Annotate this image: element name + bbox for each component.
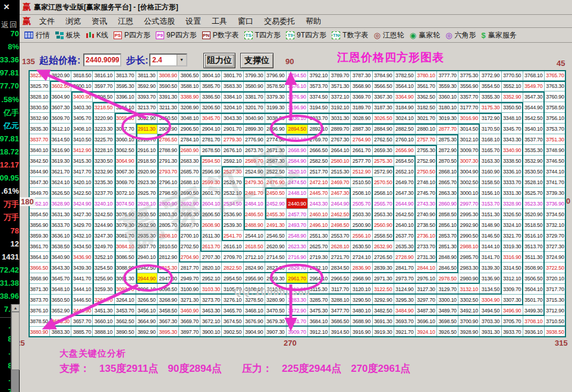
gann-cell[interactable]: 2812.90: [158, 252, 179, 263]
gann-cell[interactable]: 2865.70: [437, 177, 458, 188]
gann-cell[interactable]: 2551.30: [308, 230, 329, 241]
gann-cell[interactable]: 2851.30: [437, 241, 458, 252]
gann-cell[interactable]: 2971.30: [373, 273, 394, 284]
gann-cell[interactable]: 2556.10: [351, 230, 372, 241]
chevron-down-icon[interactable]: ▼: [177, 55, 186, 65]
gann-cell[interactable]: 2628.10: [329, 241, 351, 252]
gann-cell[interactable]: 2661.70: [351, 145, 372, 156]
gann-cell[interactable]: 2589.70: [244, 156, 265, 166]
gann-cell[interactable]: 3494.50: [480, 305, 501, 316]
gann-cell[interactable]: 3590.50: [158, 81, 179, 91]
gann-cell[interactable]: 3751.30: [545, 134, 566, 145]
gann-cell[interactable]: 3717.70: [545, 284, 566, 295]
gann-cell[interactable]: 3060.10: [115, 134, 136, 145]
gann-cell[interactable]: 2973.70: [394, 273, 416, 284]
gann-cell[interactable]: 3770.50: [502, 70, 523, 81]
gann-cell[interactable]: 2942.50: [136, 263, 158, 273]
gann-cell[interactable]: 3314.50: [502, 263, 523, 273]
gann-cell[interactable]: 3724.90: [545, 252, 566, 263]
gann-cell[interactable]: 3926.50: [437, 327, 458, 337]
gann-cell[interactable]: 3482.50: [373, 305, 394, 316]
gann-cell[interactable]: 3194.50: [308, 102, 329, 113]
gann-cell[interactable]: 2719.30: [308, 252, 329, 263]
gann-cell[interactable]: 2913.70: [136, 134, 158, 145]
gann-cell[interactable]: 2534.50: [222, 198, 243, 209]
gann-cell[interactable]: 2690.50: [179, 188, 200, 198]
gann-cell[interactable]: 3237.70: [93, 188, 114, 198]
gann-cell[interactable]: 2484.10: [244, 198, 265, 209]
gann-cell[interactable]: 3424.90: [71, 198, 93, 209]
gann-cell[interactable]: 3511.30: [523, 252, 545, 263]
gann-cell[interactable]: 3686.50: [329, 316, 351, 327]
gann-cell[interactable]: 3475.30: [308, 305, 329, 316]
gann-cell[interactable]: 2937.70: [136, 241, 158, 252]
gann-cell[interactable]: 3804.10: [200, 70, 222, 81]
gann-cell[interactable]: 2952.10: [200, 273, 222, 284]
gann-cell[interactable]: 3703.30: [480, 316, 501, 327]
gann-cell[interactable]: 3712.90: [545, 305, 566, 316]
gann-cell[interactable]: 3463.30: [200, 305, 222, 316]
gann-cell[interactable]: 3780.10: [416, 70, 437, 81]
menu-item[interactable]: 公式选股: [139, 17, 180, 26]
gann-cell[interactable]: 3871.30: [29, 284, 50, 295]
gann-cell[interactable]: 3506.50: [523, 273, 545, 284]
gann-cell[interactable]: 2764.90: [351, 134, 372, 145]
gann-cell[interactable]: 3093.70: [115, 284, 136, 295]
gann-cell[interactable]: 3520.90: [523, 209, 545, 220]
gann-cell[interactable]: 3439.30: [71, 263, 93, 273]
gann-cell[interactable]: 3583.30: [222, 81, 243, 91]
gann-cell[interactable]: 3076.90: [115, 209, 136, 220]
gann-cell[interactable]: 3904.90: [244, 327, 265, 337]
gann-cell[interactable]: 2769.70: [308, 134, 329, 145]
gann-cell[interactable]: 3900.10: [200, 327, 222, 337]
gann-cell[interactable]: 3540.10: [523, 124, 545, 134]
gann-cell[interactable]: 3381.70: [244, 91, 265, 102]
gann-cell[interactable]: 3880.90: [29, 327, 50, 337]
gann-cell[interactable]: 3484.90: [394, 305, 416, 316]
gann-cell[interactable]: 2659.30: [373, 145, 394, 156]
gann-cell[interactable]: 3266.50: [136, 295, 158, 305]
gann-cell[interactable]: 2464.90: [329, 198, 351, 209]
gann-cell[interactable]: 3446.50: [71, 295, 93, 305]
gann-cell[interactable]: 3230.50: [93, 156, 114, 166]
menu-item[interactable]: 交易委托: [259, 17, 300, 26]
gann-cell[interactable]: 2472.10: [308, 177, 329, 188]
gann-cell[interactable]: 3108.10: [244, 284, 265, 295]
gann-cell[interactable]: 3547.30: [523, 91, 545, 102]
start-price-input[interactable]: [83, 53, 121, 67]
gann-cell[interactable]: 2800.90: [158, 198, 179, 209]
gann-cell[interactable]: 3576.10: [287, 81, 308, 91]
gann-cell[interactable]: 2839.30: [373, 263, 394, 273]
gann-cell[interactable]: 3117.70: [329, 284, 351, 295]
scroll-thumb[interactable]: [11, 312, 20, 370]
gann-cell[interactable]: 2995.30: [458, 209, 480, 220]
gann-cell[interactable]: 3434.50: [71, 241, 93, 252]
gann-cell[interactable]: 2752.90: [416, 156, 437, 166]
gann-cell[interactable]: 3552.10: [502, 81, 523, 91]
gann-cell[interactable]: 2558.50: [373, 230, 394, 241]
gann-cell[interactable]: 3184.90: [394, 102, 416, 113]
gann-cell[interactable]: 3316.90: [502, 252, 523, 263]
gann-cell[interactable]: 3232.90: [93, 166, 114, 177]
gann-cell[interactable]: 3172.90: [480, 113, 501, 124]
gann-cell[interactable]: 2793.70: [158, 166, 179, 177]
gann-cell[interactable]: 3744.10: [545, 166, 566, 177]
gann-cell[interactable]: 2767.30: [329, 134, 351, 145]
gann-cell[interactable]: 3204.10: [222, 102, 243, 113]
gann-cell[interactable]: 3537.70: [523, 134, 545, 145]
gann-cell[interactable]: 2820.10: [200, 263, 222, 273]
gann-cell[interactable]: 2947.30: [158, 273, 179, 284]
gann-cell[interactable]: 3376.90: [287, 91, 308, 102]
gann-cell[interactable]: 3736.90: [545, 198, 566, 209]
gann-cell[interactable]: 2608.90: [200, 220, 222, 230]
gann-cell[interactable]: 3775.30: [458, 70, 480, 81]
gann-cell-highlight-2944.90[interactable]: 2944.90: [136, 273, 158, 284]
gann-cell[interactable]: 3823.30: [29, 70, 50, 81]
gann-cell[interactable]: 3127.30: [416, 284, 437, 295]
gann-cell[interactable]: 3888.10: [93, 327, 114, 337]
gann-cell[interactable]: 3489.70: [437, 305, 458, 316]
gann-cell[interactable]: 3931.30: [480, 327, 501, 337]
gann-cell[interactable]: 3057.70: [115, 124, 136, 134]
gann-cell[interactable]: 2887.30: [351, 124, 372, 134]
gann-cell[interactable]: 2740.90: [416, 209, 437, 220]
